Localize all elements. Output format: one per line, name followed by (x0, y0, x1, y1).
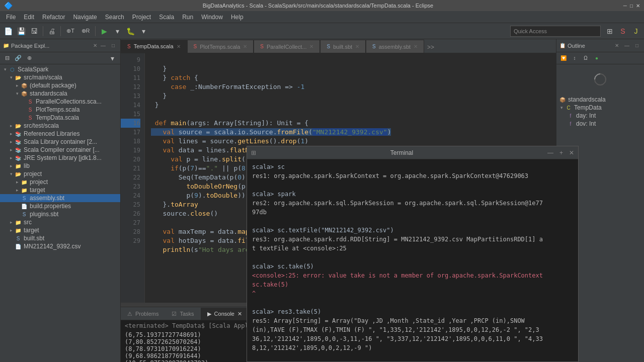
tree-item-src-test[interactable]: ▸ 📂 src/test/scala (0, 122, 120, 130)
package-explorer-minimize[interactable]: — (99, 42, 107, 50)
tree-item-build-properties[interactable]: 📄 build.properties (0, 202, 120, 210)
outline-close[interactable]: ✕ (613, 42, 621, 50)
terminal-expand-icon: ⊞ (251, 149, 256, 156)
terminal-expand-btn[interactable]: + (559, 149, 563, 156)
menu-project[interactable]: Project (128, 13, 155, 22)
tree-item-scala-compiler[interactable]: ▸ 📚 Scala Compiler container [... (0, 146, 120, 154)
tab-close[interactable]: ✕ (355, 44, 359, 49)
tab-overflow[interactable]: >> (424, 42, 437, 53)
outline-item-tempdata[interactable]: ▾ C TempData (556, 104, 644, 112)
java-perspective-button[interactable]: J (630, 25, 642, 37)
tree-item-assembly-sbt[interactable]: S assembly.sbt (0, 194, 120, 202)
tab-close[interactable]: ✕ (243, 44, 247, 49)
tree-item-src-main[interactable]: ▾ 📂 src/main/scala (0, 73, 120, 81)
tree-item-project-folder[interactable]: ▾ 📂 project (0, 170, 120, 178)
scala-perspective-button[interactable]: S (617, 25, 629, 37)
tab-plottemps[interactable]: S PlotTemps.scala ✕ (187, 40, 254, 53)
terminal-line (252, 180, 573, 190)
tab-assembly-sbt[interactable]: S assembly.sbt ✕ (366, 40, 424, 53)
close-button[interactable]: ✕ (636, 3, 640, 9)
tree-item-plottemps[interactable]: S PlotTemps.scala (0, 106, 120, 114)
tab-built-sbt[interactable]: S built.sbt ✕ (320, 40, 366, 53)
outline-minimize[interactable]: — (623, 42, 631, 50)
tab-parallelcollect[interactable]: S ParallelCollect... ✕ (254, 40, 320, 53)
tree-label: ParallelCollections.sca... (36, 98, 102, 105)
save-all-button[interactable]: 🖫 (28, 25, 40, 37)
maximize-button[interactable]: □ (630, 3, 633, 9)
tab-console[interactable]: ▶ Console ✕ (201, 308, 249, 320)
menu-navigate[interactable]: Navigate (69, 13, 101, 22)
outline-sync[interactable]: ● (592, 53, 602, 63)
menu-help[interactable]: Help (227, 13, 248, 22)
expand-arrow: ▾ (2, 67, 8, 72)
menu-scala[interactable]: Scala (155, 13, 178, 22)
perspectives-button[interactable]: ⊞ (604, 25, 616, 37)
save-button[interactable]: 💾 (15, 25, 27, 37)
tree-item-scalaspark[interactable]: ▾ ⬡ ScalaSpark (0, 65, 120, 73)
terminal-close-btn[interactable]: ✕ (569, 149, 574, 156)
outline-item-day[interactable]: f day: Int (556, 112, 644, 120)
tree-item-plugins-sbt[interactable]: S plugins.sbt (0, 210, 120, 218)
tree-item-scala-lib[interactable]: ▸ 📚 Scala Library container [2... (0, 138, 120, 146)
tab-close[interactable]: ✕ (414, 44, 418, 49)
outline-sort[interactable]: ↕ (570, 53, 580, 63)
tree-item-target-sub[interactable]: ▸ 📁 target (0, 186, 120, 194)
tab-close[interactable]: ✕ (177, 44, 181, 49)
debug-button[interactable]: 🐛 (124, 25, 136, 37)
collapse-all-button[interactable]: ⊟ (2, 53, 12, 63)
link-editor-button[interactable]: 🔗 (13, 53, 23, 63)
package-explorer-maximize[interactable]: □ (109, 42, 117, 50)
open-resource-button[interactable]: ⊕R (78, 25, 93, 37)
terminal-line: 97db (252, 208, 573, 217)
menu-edit[interactable]: Edit (20, 13, 38, 22)
tree-item-jre-lib[interactable]: ▸ 📚 JRE System Library [jdk1.8... (0, 154, 120, 162)
tree-item-project-sub[interactable]: ▸ 📁 project (0, 178, 120, 186)
outline-filter[interactable]: Ω (581, 53, 591, 63)
outline-item-standardscala[interactable]: 📦 standardscala (556, 96, 644, 104)
outline-item-dov[interactable]: f dov: Int (556, 120, 644, 128)
debug-dropdown[interactable]: ▾ (137, 25, 149, 37)
terminal-line (252, 352, 573, 361)
tree-item-lib-folder[interactable]: ▸ 📁 lib (0, 162, 120, 170)
folder-icon: 📁 (14, 219, 22, 226)
menu-refactor[interactable]: Refactor (38, 13, 69, 22)
menu-window[interactable]: Window (197, 13, 227, 22)
tree-item-tempdata[interactable]: S TempData.scala (0, 114, 120, 122)
menu-file[interactable]: File (2, 13, 20, 22)
view-menu-button[interactable]: ▾ (106, 52, 118, 64)
tab-tempdata[interactable]: S TempData.scala ✕ (121, 40, 187, 53)
menu-search[interactable]: Search (101, 13, 128, 22)
package-icon: 📦 (20, 90, 28, 97)
tree-item-src-folder[interactable]: ▸ 📁 src (0, 218, 120, 226)
tree-item-standardscala[interactable]: ▾ 📦 standardscala (0, 89, 120, 98)
tree-label: src (24, 219, 32, 226)
tab-close[interactable]: ✕ (309, 44, 313, 49)
tree-item-referenced-libs[interactable]: ▸ 📚 Referenced Libraries (0, 130, 120, 138)
minimize-button[interactable]: ─ (623, 3, 627, 9)
tree-label: built.sbt (24, 235, 44, 242)
terminal-output[interactable]: scala> sc res1: org.apache.spark.SparkCo… (247, 159, 578, 361)
outline-maximize[interactable]: □ (633, 42, 641, 50)
menu-run[interactable]: Run (178, 13, 197, 22)
tab-tasks[interactable]: ☑ Tasks (165, 308, 200, 320)
tab-problems[interactable]: ⚠ Problems (121, 308, 165, 320)
open-type-button[interactable]: ⊕T (63, 25, 77, 37)
print-button[interactable]: 🖨 (46, 25, 58, 37)
new-button[interactable]: 📄 (2, 25, 14, 37)
tree-item-target-folder[interactable]: ▸ 📁 target (0, 226, 120, 234)
console-close[interactable]: ✕ (237, 311, 242, 317)
package-explorer-close[interactable]: ✕ (93, 43, 97, 48)
tree-item-csv-file[interactable]: 📄 MN212142_9392.csv (0, 242, 120, 250)
run-button[interactable]: ▶ (98, 25, 110, 37)
outline-hide-fields[interactable]: 🔽 (558, 53, 569, 63)
folder-icon: 📁 (14, 162, 22, 169)
terminal-line: (in),TAVE (F),TMAX (F),TMIN (F) ", "1,33… (252, 325, 573, 334)
outline-header: 📋 Outline ✕ — □ (556, 39, 644, 52)
new-element-button[interactable]: ⊕ (24, 53, 34, 63)
tree-item-built-sbt[interactable]: S built.sbt (0, 234, 120, 242)
run-dropdown[interactable]: ▾ (111, 25, 123, 37)
terminal-minimize-btn[interactable]: — (547, 149, 553, 156)
tree-item-default-pkg[interactable]: ▸ 📦 (default package) (0, 81, 120, 89)
tree-item-parallelcollections[interactable]: S ParallelCollections.sca... (0, 98, 120, 106)
quick-access-input[interactable]: Quick Access (510, 26, 601, 37)
